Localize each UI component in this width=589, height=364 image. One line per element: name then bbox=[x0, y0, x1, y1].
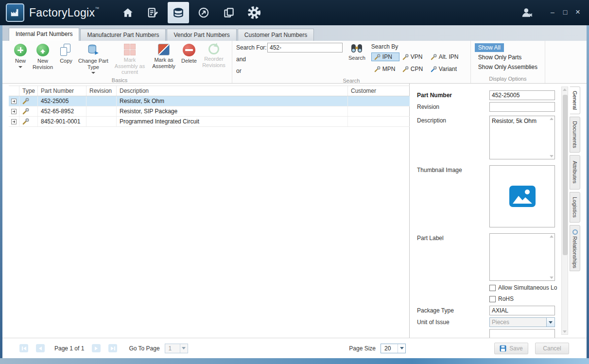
minimize-button[interactable]: – bbox=[546, 7, 559, 18]
part-label-textarea[interactable] bbox=[489, 233, 555, 281]
maximize-button[interactable]: □ bbox=[559, 7, 572, 18]
app-logo: FactoryLogix™ bbox=[0, 3, 100, 22]
table-row[interactable]: 452-65-8952 Resistor, SIP Package bbox=[9, 106, 410, 117]
scroll-up-icon[interactable] bbox=[563, 88, 567, 91]
main-navigation bbox=[117, 2, 265, 23]
settings-gear-nav-icon[interactable] bbox=[243, 2, 265, 23]
dispatch-nav-icon[interactable] bbox=[193, 2, 214, 23]
and-label: and bbox=[236, 56, 246, 63]
description-column-header[interactable]: Description bbox=[117, 86, 348, 96]
save-button[interactable]: Save bbox=[494, 343, 528, 354]
parts-library-nav-icon[interactable] bbox=[168, 2, 189, 23]
show-only-parts-option[interactable]: Show Only Parts bbox=[475, 53, 525, 62]
new-dropdown-caret bbox=[18, 66, 22, 68]
page-size-dropdown-icon[interactable] bbox=[398, 344, 405, 353]
first-page-button[interactable] bbox=[19, 344, 28, 352]
home-nav-icon[interactable] bbox=[117, 2, 139, 23]
rohs-checkbox[interactable] bbox=[489, 296, 496, 302]
thumbnail-image-box[interactable] bbox=[489, 165, 555, 227]
expand-row-button[interactable] bbox=[11, 109, 17, 114]
table-row[interactable]: 8452-901-0001 Programmed Integrated Circ… bbox=[9, 117, 410, 127]
part-number-cell: 8452-901-0001 bbox=[38, 117, 87, 126]
type-column-header[interactable]: Type bbox=[19, 86, 38, 96]
bottom-bar: Page 1 of 1 Go To Page 1 Page Size 20 bbox=[2, 338, 587, 358]
last-page-button[interactable] bbox=[108, 344, 117, 352]
page-size-combo[interactable]: 20 bbox=[381, 344, 406, 353]
part-number-column-header[interactable]: Part Number bbox=[38, 86, 87, 96]
details-scrollbar[interactable] bbox=[561, 87, 568, 335]
expand-row-button[interactable] bbox=[11, 119, 17, 124]
tab-relationships[interactable]: Relationships bbox=[570, 225, 580, 271]
change-part-type-icon bbox=[87, 44, 100, 56]
table-row[interactable]: 452-25005 Resistor, 5k Ohm bbox=[9, 96, 410, 106]
description-textarea[interactable]: Resistor, 5k Ohm bbox=[489, 116, 555, 159]
search-input[interactable] bbox=[267, 43, 343, 52]
unit-of-issue-select[interactable]: Pieces bbox=[489, 317, 555, 327]
revision-column-header[interactable]: Revision bbox=[87, 86, 117, 96]
reorder-revisions-button[interactable]: Reorder Revisions bbox=[200, 42, 228, 69]
customer-column-header[interactable]: Customer bbox=[348, 86, 410, 96]
copy-icon bbox=[60, 44, 72, 56]
vpn-part-icon bbox=[402, 54, 409, 60]
new-button[interactable]: New bbox=[11, 42, 30, 69]
description-scrollbar[interactable] bbox=[548, 116, 554, 159]
search-group: Search For: and or Search Search By bbox=[232, 41, 471, 83]
tab-vendor-part-numbers[interactable]: Vendor Part Numbers bbox=[167, 29, 236, 41]
copy-button[interactable]: Copy bbox=[56, 42, 76, 66]
part-label-scrollbar[interactable] bbox=[548, 234, 554, 280]
tab-manufacturer-part-numbers[interactable]: Manufacturer Part Numbers bbox=[80, 29, 166, 41]
expand-row-button[interactable] bbox=[11, 99, 17, 104]
search-by-variant[interactable]: Variant bbox=[428, 65, 467, 73]
clipped-field-label bbox=[417, 329, 489, 338]
thumbnail-image-label: Thumbnail Image bbox=[417, 165, 489, 227]
search-criteria: Search For: and or bbox=[236, 42, 343, 77]
revision-input[interactable] bbox=[489, 102, 555, 112]
mark-assembly-current-button[interactable]: Mark Assembly as current bbox=[110, 42, 149, 77]
search-by-vpn[interactable]: VPN bbox=[399, 52, 428, 61]
previous-page-button[interactable] bbox=[36, 344, 45, 352]
scrollbar-thumb[interactable] bbox=[563, 95, 568, 255]
new-revision-button[interactable]: New Revision bbox=[30, 42, 56, 71]
search-by-cpn[interactable]: CPN bbox=[399, 65, 428, 73]
tab-documents[interactable]: Documents bbox=[570, 117, 580, 153]
logout-user-icon[interactable] bbox=[521, 7, 534, 18]
show-all-option[interactable]: Show All bbox=[475, 43, 504, 52]
part-number-input[interactable] bbox=[489, 90, 555, 100]
basics-group-label: Basics bbox=[11, 77, 228, 84]
unit-of-issue-dropdown-icon[interactable] bbox=[546, 318, 554, 327]
part-number-tabstrip: Internal Part Numbers Manufacturer Part … bbox=[2, 25, 587, 41]
search-by-ipn[interactable]: IPN bbox=[371, 52, 399, 61]
change-part-type-button[interactable]: Change Part Type bbox=[76, 42, 110, 75]
allow-simultaneous-checkbox[interactable] bbox=[489, 285, 496, 291]
search-by: Search By IPN VPN bbox=[371, 42, 467, 73]
tab-internal-part-numbers[interactable]: Internal Part Numbers bbox=[9, 28, 79, 41]
app-title: FactoryLogix™ bbox=[29, 6, 100, 19]
app-window: FactoryLogix™ bbox=[0, 0, 589, 364]
tab-attributes[interactable]: Attributes bbox=[570, 155, 580, 190]
part-label-label: Part Label bbox=[417, 233, 489, 281]
search-by-mpn[interactable]: MPN bbox=[371, 65, 399, 73]
rohs-label: RoHS bbox=[498, 295, 514, 302]
production-list-nav-icon[interactable] bbox=[142, 2, 164, 23]
show-only-assemblies-option[interactable]: Show Only Assemblies bbox=[475, 63, 541, 71]
delete-button[interactable]: Delete bbox=[178, 42, 200, 66]
description-cell: Programmed Integrated Circuit bbox=[117, 117, 348, 126]
next-page-button[interactable] bbox=[92, 344, 101, 352]
pagination-bar: Page 1 of 1 Go To Page 1 Page Size 20 bbox=[2, 338, 410, 358]
cancel-button[interactable]: Cancel bbox=[535, 343, 569, 354]
clipped-field-input[interactable] bbox=[489, 329, 555, 338]
go-to-page-combo[interactable]: 1 bbox=[165, 344, 188, 353]
close-button[interactable]: × bbox=[572, 7, 584, 18]
search-by-alt-ipn[interactable]: Alt. IPN bbox=[428, 52, 467, 61]
search-button[interactable]: Search bbox=[348, 43, 365, 61]
documents-nav-icon[interactable] bbox=[218, 2, 240, 23]
mark-as-assembly-button[interactable]: Mark as Assembly bbox=[149, 42, 178, 70]
package-type-input[interactable] bbox=[489, 306, 555, 315]
titlebar-right: – □ × bbox=[521, 7, 589, 18]
tab-logistics[interactable]: Logistics bbox=[570, 192, 580, 223]
reorder-revisions-icon bbox=[208, 44, 219, 54]
tab-customer-part-numbers[interactable]: Customer Part Numbers bbox=[238, 29, 314, 41]
go-to-page-dropdown-icon[interactable] bbox=[180, 344, 188, 353]
scroll-down-icon[interactable] bbox=[563, 330, 567, 333]
tab-general[interactable]: General bbox=[570, 87, 580, 114]
